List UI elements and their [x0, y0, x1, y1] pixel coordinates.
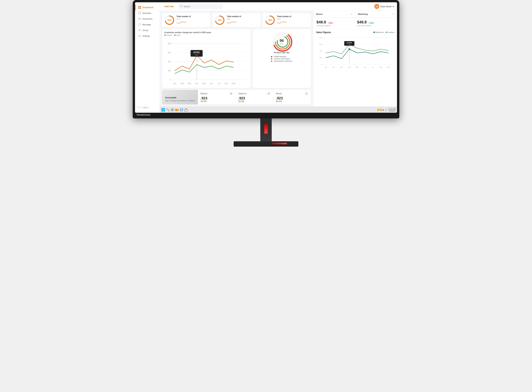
stat-card-2-more[interactable]: ···	[307, 15, 309, 18]
return-value-2: $48.8	[357, 20, 367, 24]
search-input[interactable]	[184, 5, 221, 8]
svg-rect-84	[171, 110, 172, 111]
svg-text:Sept: Sept	[232, 82, 236, 84]
svg-rect-81	[163, 110, 165, 112]
svg-text:Feb: Feb	[332, 66, 335, 68]
monitor-bezel: Dashboard Schedule Homework	[133, 0, 399, 118]
svg-text:Jun: Jun	[364, 66, 366, 68]
sidebar: Dashboard Schedule Homework	[135, 2, 160, 113]
sales-section: Sales Figures Electronics Furniture	[313, 29, 397, 107]
browser-icon[interactable]	[180, 108, 183, 112]
taskbar-datetime: 11:11 AM 10/20/22	[388, 108, 396, 112]
sidebar-item-dashboard[interactable]: Dashboard	[135, 5, 159, 10]
legend-item-0: Gadget Branding	[271, 56, 292, 57]
legend-item-2: Advertisment & Influencer	[271, 60, 292, 62]
crypto-price-2: $4,345	[276, 100, 308, 103]
monitor-stand-neck	[260, 118, 272, 141]
marketing-title: Marketing	[358, 13, 391, 15]
sidebar-item-settings[interactable]: Settings	[135, 33, 159, 39]
svg-rect-83	[173, 108, 174, 110]
taskbar-time-value: 11:11 AM	[388, 108, 396, 110]
stat-2-info: Total number of 10%	[277, 15, 309, 25]
avatar: RA	[374, 4, 379, 9]
sidebar-logout[interactable]: Logout	[135, 104, 159, 110]
return-amount-1: $48.8 -3.4%	[317, 20, 353, 24]
legend-furniture: Furniture	[387, 31, 394, 33]
marketing-expand-icon[interactable]: ⤢	[392, 13, 394, 15]
sidebar-message-label: Message	[142, 23, 151, 26]
user-info[interactable]: RA Ryan Azhari ▾	[374, 4, 394, 9]
sidebar-homework-label: Homework	[142, 18, 153, 20]
dogecoin-icon: Ð	[267, 92, 271, 95]
crypto-name-0: Binance	[201, 93, 208, 95]
stat-0-sub: 10%	[177, 18, 208, 20]
task-view-icon[interactable]	[170, 108, 174, 112]
acquisition-chart-legend: Income Users	[164, 34, 248, 36]
svg-rect-78	[161, 108, 163, 110]
svg-rect-89	[185, 109, 187, 111]
svg-text:600: 600	[319, 44, 322, 45]
sales-legend: Electronics Furniture	[373, 31, 394, 33]
return-value-1: $48.8	[317, 20, 326, 24]
main-content: Add new RA Ryan Azhari ▾	[160, 2, 397, 113]
right-panel: Return ⤢ Marketing ⤢	[313, 11, 397, 107]
svg-text:800: 800	[168, 42, 171, 45]
stat-2-mini-chart	[277, 20, 287, 24]
sidebar-item-homework[interactable]: Homework	[135, 16, 159, 22]
sidebar-item-group[interactable]: Group	[135, 28, 159, 33]
sidebar-group-label: Group	[142, 29, 148, 31]
sidebar-item-message[interactable]: Message	[135, 22, 159, 28]
crypto-item-0: Binance ◈ .923 $4,345	[198, 90, 236, 104]
accounts-title: Accounts	[165, 96, 195, 99]
stat-circle-1: 70%	[215, 15, 225, 25]
stat-card-2: ··· 70% Total n	[263, 13, 311, 27]
accounts-card: Accounts Start investing and trading on …	[162, 90, 311, 104]
file-explorer-icon[interactable]	[175, 108, 179, 112]
gauge-value: 96	[280, 38, 284, 43]
svg-rect-4	[138, 12, 141, 14]
svg-line-17	[182, 7, 182, 7]
binance-icon: ◈	[229, 92, 233, 95]
return-badge-1: -3.4%	[328, 22, 334, 24]
svg-text:0: 0	[170, 79, 171, 81]
start-button[interactable]	[161, 108, 165, 112]
sales-title: Sales Figures	[316, 31, 331, 34]
return-header: Return ⤢	[313, 11, 355, 18]
topbar: Add new RA Ryan Azhari ▾	[160, 2, 397, 11]
message-icon	[138, 23, 141, 26]
return-expand-icon[interactable]: ⤢	[350, 13, 352, 15]
svg-text:200: 200	[168, 70, 171, 72]
svg-text:400: 400	[168, 61, 171, 63]
store-icon[interactable]	[184, 108, 188, 112]
product-sale-card: 96 Sale Product sale cart Gadget Br	[252, 29, 311, 88]
return-sub-1: Last years $32640	[317, 25, 353, 27]
legend-income: Income	[166, 34, 172, 36]
stat-card-1-more[interactable]: ···	[257, 15, 259, 18]
gauge-center: 96 Sale	[280, 38, 284, 45]
crypto-name-2: Bitcoin	[276, 93, 282, 95]
sales-chart-svg: 800 600 400 200 0 Jan Feb Mar	[316, 35, 394, 73]
search-bar	[178, 4, 223, 9]
right-panel-headers: Return ⤢ Marketing ⤢	[313, 11, 397, 18]
crypto-value-2: .923	[276, 96, 308, 100]
svg-text:800: 800	[319, 37, 322, 39]
sidebar-item-schedule[interactable]: Schedule	[135, 10, 159, 16]
return-badge-2: +3.4%	[368, 22, 374, 24]
acquisition-chart-title: Acquisiton number change per month in 20…	[164, 31, 248, 33]
legend-item-1: Souvenir Gift Products	[271, 58, 292, 60]
svg-text:$27632: $27632	[347, 42, 352, 44]
monitor-brand: ThinkVision	[135, 113, 397, 117]
stat-1-mini-chart	[227, 20, 236, 24]
schedule-icon	[138, 12, 141, 14]
acquisition-chart-card: Acquisiton number change per month in 20…	[162, 29, 251, 88]
svg-rect-0	[138, 6, 139, 7]
stat-1-sub: 10%	[227, 18, 258, 20]
stat-0-label: 70%	[167, 19, 172, 21]
search-icon	[180, 5, 183, 8]
stat-card-0-more[interactable]: ···	[206, 15, 209, 18]
stat-0-info: Total number of 10%	[177, 15, 208, 25]
svg-text:May: May	[356, 66, 359, 68]
search-taskbar-icon[interactable]: 🔍	[166, 108, 170, 112]
svg-text:Jun: Jun	[210, 82, 213, 84]
add-new-button[interactable]: Add new	[163, 4, 175, 9]
